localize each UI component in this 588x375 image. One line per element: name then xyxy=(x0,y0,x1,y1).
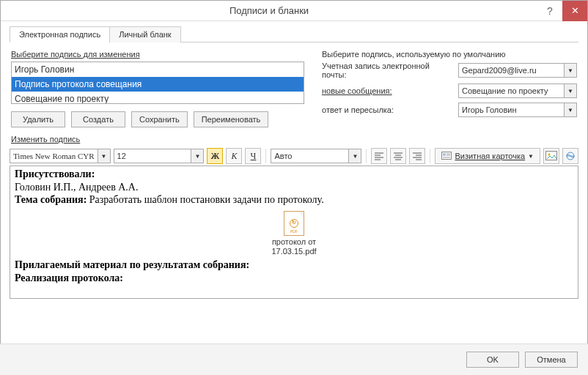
list-item[interactable]: Совещание по проекту xyxy=(12,92,304,104)
tab-signatures[interactable]: Электронная подпись xyxy=(10,26,110,42)
insert-hyperlink-button[interactable] xyxy=(562,148,578,164)
font-size-combo[interactable]: 12 ▼ xyxy=(114,149,205,163)
align-center-icon xyxy=(393,152,403,160)
separator xyxy=(366,149,367,163)
align-left-button[interactable] xyxy=(371,148,387,164)
signature-editor[interactable]: Присутствовали: Головин И.П., Андреев А.… xyxy=(10,166,578,299)
reply-label: ответ и пересылка: xyxy=(322,105,454,114)
svg-rect-13 xyxy=(443,153,446,156)
dialog-footer: OK Отмена xyxy=(0,344,588,375)
align-left-icon xyxy=(374,152,384,160)
create-button[interactable]: Создать xyxy=(71,111,125,127)
chevron-down-icon: ▼ xyxy=(564,64,576,77)
tabstrip: Электронная подпись Личный бланк xyxy=(10,26,578,42)
realization-label: Реализация протокола: xyxy=(15,272,123,283)
reply-combo[interactable]: Игорь Головин ▼ xyxy=(458,103,577,117)
close-button[interactable]: ✕ xyxy=(562,1,587,21)
separator xyxy=(430,149,430,163)
new-messages-combo[interactable]: Совещание по проекту ▼ xyxy=(458,83,577,98)
align-center-button[interactable] xyxy=(390,148,406,164)
pdf-icon: ↻PDF xyxy=(284,211,304,236)
attendees-label: Присутствовали: xyxy=(15,168,95,179)
align-right-button[interactable] xyxy=(409,148,425,164)
underline-button[interactable]: Ч xyxy=(245,148,261,164)
insert-picture-button[interactable] xyxy=(543,148,559,164)
help-button[interactable]: ? xyxy=(537,1,562,21)
account-combo[interactable]: Gepard2009@live.ru ▼ xyxy=(458,63,577,78)
delete-button[interactable]: Удалить xyxy=(11,111,65,127)
chevron-down-icon: ▼ xyxy=(528,153,534,160)
list-item[interactable]: Игорь Головин xyxy=(12,62,304,77)
editor-toolbar: Times New Roman CYR ▼ 12 ▼ Ж К Ч Авто ▼ … xyxy=(10,146,578,166)
attachment[interactable]: ↻PDF протокол от 17.03.15.pdf xyxy=(15,211,573,258)
link-icon xyxy=(565,151,576,161)
chevron-down-icon: ▼ xyxy=(564,103,576,116)
topic-label: Тема собрания: xyxy=(15,194,87,205)
attendees-text: Головин И.П., Андреев А.А. xyxy=(15,182,138,193)
business-card-button[interactable]: Визитная карточка ▼ xyxy=(435,148,540,164)
align-right-icon xyxy=(412,152,422,160)
card-icon xyxy=(441,152,452,160)
separator xyxy=(265,149,266,163)
ok-button[interactable]: OK xyxy=(466,352,519,368)
chevron-down-icon: ▼ xyxy=(564,84,576,97)
account-label: Учетная запись электронной почты: xyxy=(322,62,454,79)
italic-button[interactable]: К xyxy=(226,148,242,164)
chevron-down-icon: ▼ xyxy=(98,149,110,163)
chevron-down-icon: ▼ xyxy=(191,149,203,163)
window-title: Подписи и бланки xyxy=(1,5,537,16)
attach-name-1: протокол от xyxy=(15,237,573,248)
signature-listbox[interactable]: Игорь Головин Подпись протокола совещани… xyxy=(11,62,304,104)
account-value: Gepard2009@live.ru xyxy=(459,66,564,75)
bold-button[interactable]: Ж xyxy=(207,148,223,164)
list-item[interactable]: Подпись протокола совещания xyxy=(12,77,304,92)
material-label: Прилагаемый материал по результатам собр… xyxy=(15,259,249,270)
rename-button[interactable]: Переименовать xyxy=(194,111,269,127)
font-color-combo[interactable]: Авто ▼ xyxy=(271,149,361,163)
reply-value: Игорь Головин xyxy=(459,105,564,114)
picture-icon xyxy=(545,151,557,161)
tab-stationery[interactable]: Личный бланк xyxy=(109,26,181,42)
select-signature-label: Выберите подпись для изменения xyxy=(11,50,304,59)
font-family-combo[interactable]: Times New Roman CYR ▼ xyxy=(10,149,111,163)
new-messages-value: Совещание по проекту xyxy=(459,86,564,95)
edit-signature-label: Изменить подпись xyxy=(11,135,577,144)
attach-name-2: 17.03.15.pdf xyxy=(15,247,573,257)
svg-point-18 xyxy=(548,154,551,156)
chevron-down-icon: ▼ xyxy=(348,149,361,163)
default-signature-label: Выберите подпись, используемую по умолча… xyxy=(322,50,577,59)
topic-text: Разработать шаблон постановки задачи по … xyxy=(87,194,323,205)
new-messages-label: новые сообщения: xyxy=(322,86,454,95)
save-button[interactable]: Сохранить xyxy=(131,111,188,127)
cancel-button[interactable]: Отмена xyxy=(525,352,578,368)
titlebar: Подписи и бланки ? ✕ xyxy=(1,1,587,21)
